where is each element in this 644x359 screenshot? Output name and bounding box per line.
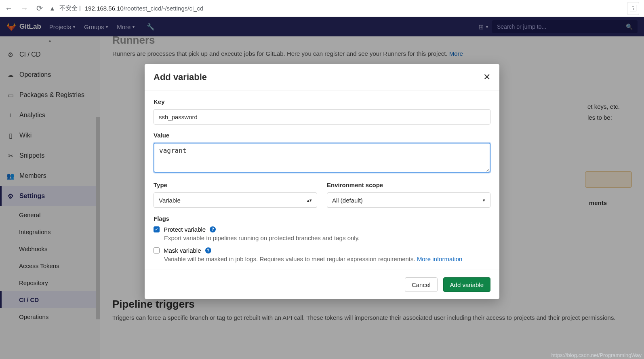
type-select[interactable]: Variable ▴▾ <box>154 192 317 208</box>
key-label: Key <box>154 98 490 105</box>
more-info-link[interactable]: More information <box>417 256 463 262</box>
back-icon[interactable]: ← <box>5 4 13 13</box>
insecure-label: 不安全 | <box>59 4 81 12</box>
modal-title: Add variable <box>154 72 207 82</box>
protect-description: Export variable to pipelines running on … <box>164 234 490 241</box>
watermark: https://blog.csdn.net/ProgrammingWay <box>551 352 642 358</box>
help-icon[interactable]: ? <box>210 226 216 232</box>
type-label: Type <box>154 182 317 188</box>
help-icon[interactable]: ? <box>205 247 211 253</box>
close-icon[interactable]: ✕ <box>483 72 490 82</box>
flags-label: Flags <box>154 215 490 222</box>
mask-label: Mask variable <box>164 247 201 254</box>
forward-icon[interactable]: → <box>21 4 28 13</box>
key-input[interactable] <box>154 109 490 125</box>
value-input[interactable]: vagrant <box>154 143 490 173</box>
mask-description: Variable will be masked in job logs. Req… <box>164 256 490 262</box>
translate-icon[interactable]: 🄶 <box>627 2 639 15</box>
protect-checkbox[interactable]: ✓ <box>154 226 160 232</box>
cancel-button[interactable]: Cancel <box>405 277 438 292</box>
chevron-updown-icon: ▴▾ <box>307 198 312 203</box>
browser-nav: ← → ⟳ <box>5 4 43 13</box>
add-variable-button[interactable]: Add variable <box>443 277 490 292</box>
browser-chrome: ← → ⟳ ▲ 不安全 | 192.168.56.10/root/test_ci… <box>0 0 644 17</box>
chevron-down-icon: ▾ <box>483 198 485 203</box>
reload-icon[interactable]: ⟳ <box>36 4 43 13</box>
add-variable-modal: Add variable ✕ Key Value vagrant Type Va… <box>145 64 499 299</box>
mask-checkbox[interactable] <box>154 247 160 253</box>
value-label: Value <box>154 132 490 139</box>
address-bar[interactable]: ▲ 不安全 | 192.168.56.10/root/test_cicd/-/s… <box>49 4 621 12</box>
protect-label: Protect variable <box>164 226 206 233</box>
insecure-icon: ▲ <box>49 5 55 12</box>
scope-select[interactable]: All (default) ▾ <box>327 192 490 208</box>
address-url: 192.168.56.10/root/test_cicd/-/settings/… <box>85 5 204 12</box>
scope-label: Environment scope <box>327 182 490 188</box>
